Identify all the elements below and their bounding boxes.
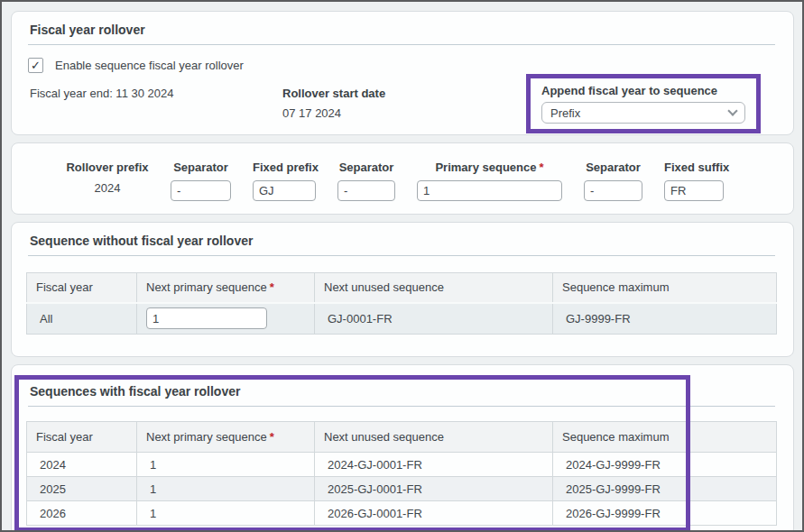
table-row: All GJ-0001-FR GJ-9999-FR bbox=[27, 303, 777, 335]
sequence-without-rollover-table: Fiscal year Next primary sequence* Next … bbox=[26, 272, 777, 335]
separator-field-1: Separator bbox=[171, 161, 231, 201]
next-primary-sequence-input[interactable] bbox=[146, 307, 267, 329]
enable-rollover-checkbox[interactable]: ✓ bbox=[28, 58, 43, 73]
cell-fiscal-year: 2026 bbox=[27, 501, 137, 526]
separator-input-3[interactable] bbox=[584, 180, 642, 201]
fixed-suffix-label: Fixed suffix bbox=[664, 161, 724, 174]
fixed-prefix-label: Fixed prefix bbox=[253, 161, 316, 174]
col-header-fiscal-year: Fiscal year bbox=[27, 273, 137, 303]
table-row-2026: 2026 1 2026-GJ-0001-FR 2026-GJ-9999-FR bbox=[27, 501, 777, 526]
cell-next-primary-sequence bbox=[137, 303, 315, 335]
col-header-next-unused-sequence: Next unused sequence bbox=[315, 273, 553, 303]
fiscal-year-rollover-settings-page: { "fiscal_year_rollover": { "title": "Fi… bbox=[0, 0, 804, 532]
col-header-sequence-maximum: Sequence maximum bbox=[553, 422, 777, 453]
fixed-suffix-field: Fixed suffix bbox=[664, 161, 724, 201]
required-asterisk: * bbox=[539, 161, 543, 174]
cell-sequence-maximum: 2024-GJ-9999-FR bbox=[553, 453, 777, 477]
rollover-start-date-label: Rollover start date bbox=[282, 87, 385, 100]
cell-fiscal-year: 2024 bbox=[27, 453, 137, 477]
append-fiscal-year-select[interactable]: Prefix bbox=[541, 102, 745, 124]
primary-sequence-input[interactable] bbox=[417, 180, 562, 201]
cell-sequence-maximum: 2026-GJ-9999-FR bbox=[553, 501, 777, 526]
cell-sequence-maximum: GJ-9999-FR bbox=[553, 303, 777, 335]
col-header-next-unused-sequence: Next unused sequence bbox=[315, 422, 553, 453]
sequence-format-row: Rollover prefix 2024 Separator Fixed pre… bbox=[12, 143, 793, 201]
cell-fiscal-year: 2025 bbox=[27, 477, 137, 501]
cell-next-unused-sequence: 2025-GJ-0001-FR bbox=[315, 477, 553, 501]
primary-sequence-field: Primary sequence* bbox=[417, 161, 562, 201]
col-header-next-primary-sequence: Next primary sequence* bbox=[137, 422, 315, 453]
rollover-prefix-label: Rollover prefix bbox=[66, 161, 149, 174]
separator-input-2[interactable] bbox=[337, 180, 395, 201]
sequence-without-rollover-section: Sequence without fiscal year rollover Fi… bbox=[11, 222, 794, 357]
separator-input-1[interactable] bbox=[171, 180, 231, 201]
cell-next-primary-sequence: 1 bbox=[137, 453, 315, 477]
append-fiscal-year-highlight-box: Append fiscal year to sequence Prefix bbox=[526, 74, 761, 133]
enable-rollover-label: Enable sequence fiscal year rollover bbox=[55, 59, 244, 72]
rollover-start-date-field: Rollover start date 07 17 2024 bbox=[282, 87, 385, 120]
table-row-2025: 2025 1 2025-GJ-0001-FR 2025-GJ-9999-FR bbox=[27, 477, 777, 501]
cell-fiscal-year: All bbox=[27, 303, 137, 335]
rollover-start-date-value: 07 17 2024 bbox=[282, 106, 385, 120]
separator-label-3: Separator bbox=[584, 161, 642, 174]
table-row-2024: 2024 1 2024-GJ-0001-FR 2024-GJ-9999-FR bbox=[27, 453, 777, 477]
separator-field-2: Separator bbox=[337, 161, 395, 201]
rollover-prefix-value: 2024 bbox=[66, 181, 149, 195]
cell-next-unused-sequence: 2026-GJ-0001-FR bbox=[315, 501, 553, 526]
col-header-next-primary-sequence: Next primary sequence* bbox=[137, 273, 315, 303]
fiscal-year-end-text: Fiscal year end: 11 30 2024 bbox=[30, 87, 173, 100]
col-header-sequence-maximum: Sequence maximum bbox=[553, 273, 777, 303]
table-header-row: Fiscal year Next primary sequence* Next … bbox=[27, 273, 777, 303]
primary-sequence-label: Primary sequence* bbox=[417, 161, 562, 174]
sequence-format-section: Rollover prefix 2024 Separator Fixed pre… bbox=[11, 142, 794, 215]
separator-field-3: Separator bbox=[584, 161, 642, 201]
separator-label-1: Separator bbox=[171, 161, 231, 174]
fixed-prefix-field: Fixed prefix bbox=[253, 161, 316, 201]
enable-rollover-row: ✓ Enable sequence fiscal year rollover bbox=[28, 58, 244, 73]
cell-next-unused-sequence: 2024-GJ-0001-FR bbox=[315, 453, 553, 477]
chevron-down-icon bbox=[727, 105, 737, 115]
sequences-with-rollover-table: Fiscal year Next primary sequence* Next … bbox=[26, 421, 777, 526]
sequences-with-rollover-section: Sequences with fiscal year rollover Fisc… bbox=[11, 364, 794, 532]
cell-next-primary-sequence: 1 bbox=[137, 477, 315, 501]
section-title-fiscal-year-rollover: Fiscal year rollover bbox=[28, 12, 775, 45]
cell-next-primary-sequence: 1 bbox=[137, 501, 315, 526]
fixed-suffix-input[interactable] bbox=[664, 180, 724, 201]
required-asterisk: * bbox=[270, 280, 274, 294]
table-header-row: Fiscal year Next primary sequence* Next … bbox=[27, 422, 777, 453]
checkmark-icon: ✓ bbox=[31, 59, 41, 72]
required-asterisk: * bbox=[270, 430, 274, 444]
col-header-fiscal-year: Fiscal year bbox=[27, 422, 137, 453]
fiscal-year-rollover-section: Fiscal year rollover ✓ Enable sequence f… bbox=[11, 11, 794, 135]
section-title-sequences-with-rollover: Sequences with fiscal year rollover bbox=[28, 365, 775, 407]
separator-label-2: Separator bbox=[337, 161, 395, 174]
rollover-prefix-field: Rollover prefix 2024 bbox=[66, 161, 149, 201]
cell-sequence-maximum: 2025-GJ-9999-FR bbox=[553, 477, 777, 501]
append-fiscal-year-selected-value: Prefix bbox=[550, 106, 580, 120]
fixed-prefix-input[interactable] bbox=[253, 180, 316, 201]
append-fiscal-year-label: Append fiscal year to sequence bbox=[541, 84, 745, 97]
cell-next-unused-sequence: GJ-0001-FR bbox=[315, 303, 553, 335]
section-title-sequence-without-rollover: Sequence without fiscal year rollover bbox=[28, 223, 775, 256]
